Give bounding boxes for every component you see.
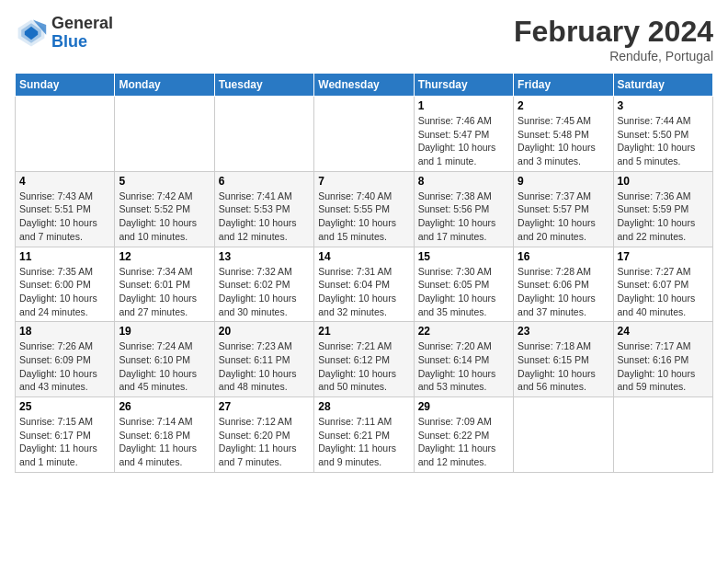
calendar-cell: 6Sunrise: 7:41 AM Sunset: 5:53 PM Daylig…: [214, 171, 313, 247]
col-header-wednesday: Wednesday: [314, 74, 414, 97]
day-info: Sunrise: 7:17 AM Sunset: 6:16 PM Dayligh…: [618, 339, 709, 394]
day-number: 24: [618, 325, 709, 338]
calendar-cell: [613, 397, 712, 473]
calendar-cell: 10Sunrise: 7:36 AM Sunset: 5:59 PM Dayli…: [613, 171, 712, 247]
day-info: Sunrise: 7:34 AM Sunset: 6:01 PM Dayligh…: [119, 265, 210, 319]
col-header-friday: Friday: [514, 74, 613, 97]
calendar-cell: 25Sunrise: 7:15 AM Sunset: 6:17 PM Dayli…: [16, 397, 115, 473]
day-info: Sunrise: 7:28 AM Sunset: 6:06 PM Dayligh…: [518, 265, 609, 319]
day-info: Sunrise: 7:32 AM Sunset: 6:02 PM Dayligh…: [219, 265, 310, 319]
calendar-cell: 5Sunrise: 7:42 AM Sunset: 5:52 PM Daylig…: [115, 171, 214, 247]
calendar-cell: 21Sunrise: 7:21 AM Sunset: 6:12 PM Dayli…: [314, 322, 414, 397]
day-info: Sunrise: 7:11 AM Sunset: 6:21 PM Dayligh…: [318, 415, 409, 469]
calendar-cell: [214, 97, 313, 172]
calendar-cell: 13Sunrise: 7:32 AM Sunset: 6:02 PM Dayli…: [214, 247, 313, 322]
col-header-thursday: Thursday: [414, 74, 513, 97]
calendar-cell: 24Sunrise: 7:17 AM Sunset: 6:16 PM Dayli…: [613, 322, 712, 397]
day-number: 2: [518, 99, 609, 112]
day-info: Sunrise: 7:44 AM Sunset: 5:50 PM Dayligh…: [618, 114, 709, 168]
day-info: Sunrise: 7:37 AM Sunset: 5:57 PM Dayligh…: [518, 190, 609, 244]
day-number: 13: [219, 250, 310, 263]
calendar-cell: 14Sunrise: 7:31 AM Sunset: 6:04 PM Dayli…: [314, 247, 414, 322]
col-header-tuesday: Tuesday: [214, 74, 313, 97]
page-header: General Blue February 2024 Rendufe, Port…: [15, 15, 713, 63]
day-number: 18: [19, 325, 110, 338]
logo: General Blue: [15, 15, 113, 52]
calendar-cell: 4Sunrise: 7:43 AM Sunset: 5:51 PM Daylig…: [16, 171, 115, 247]
calendar-cell: 9Sunrise: 7:37 AM Sunset: 5:57 PM Daylig…: [514, 171, 613, 247]
day-number: 7: [318, 175, 409, 188]
day-info: Sunrise: 7:36 AM Sunset: 5:59 PM Dayligh…: [618, 190, 709, 244]
day-number: 16: [518, 250, 609, 263]
calendar-cell: 29Sunrise: 7:09 AM Sunset: 6:22 PM Dayli…: [414, 397, 513, 473]
calendar-week-5: 25Sunrise: 7:15 AM Sunset: 6:17 PM Dayli…: [16, 397, 713, 473]
calendar-cell: 19Sunrise: 7:24 AM Sunset: 6:10 PM Dayli…: [115, 322, 214, 397]
calendar-week-2: 4Sunrise: 7:43 AM Sunset: 5:51 PM Daylig…: [16, 171, 713, 247]
month-title: February 2024: [514, 15, 713, 49]
day-info: Sunrise: 7:35 AM Sunset: 6:00 PM Dayligh…: [19, 265, 110, 319]
calendar-cell: [16, 97, 115, 172]
day-info: Sunrise: 7:15 AM Sunset: 6:17 PM Dayligh…: [19, 415, 110, 469]
day-number: 20: [219, 325, 310, 338]
col-header-sunday: Sunday: [16, 74, 115, 97]
day-info: Sunrise: 7:18 AM Sunset: 6:15 PM Dayligh…: [518, 339, 609, 394]
calendar-cell: 3Sunrise: 7:44 AM Sunset: 5:50 PM Daylig…: [613, 97, 712, 172]
calendar-week-4: 18Sunrise: 7:26 AM Sunset: 6:09 PM Dayli…: [16, 322, 713, 397]
day-number: 6: [219, 175, 310, 188]
day-number: 28: [318, 400, 409, 413]
day-number: 17: [618, 250, 709, 263]
day-info: Sunrise: 7:12 AM Sunset: 6:20 PM Dayligh…: [219, 415, 310, 469]
logo-icon: [15, 17, 48, 50]
logo-text: General Blue: [51, 15, 113, 52]
day-info: Sunrise: 7:31 AM Sunset: 6:04 PM Dayligh…: [318, 265, 409, 319]
day-info: Sunrise: 7:45 AM Sunset: 5:48 PM Dayligh…: [518, 114, 609, 168]
day-number: 4: [19, 175, 110, 188]
calendar-cell: 23Sunrise: 7:18 AM Sunset: 6:15 PM Dayli…: [514, 322, 613, 397]
day-info: Sunrise: 7:30 AM Sunset: 6:05 PM Dayligh…: [418, 265, 509, 319]
col-header-monday: Monday: [115, 74, 214, 97]
day-info: Sunrise: 7:14 AM Sunset: 6:18 PM Dayligh…: [119, 415, 210, 469]
day-number: 21: [318, 325, 409, 338]
calendar-week-3: 11Sunrise: 7:35 AM Sunset: 6:00 PM Dayli…: [16, 247, 713, 322]
day-number: 19: [119, 325, 210, 338]
day-info: Sunrise: 7:20 AM Sunset: 6:14 PM Dayligh…: [418, 339, 509, 394]
day-number: 25: [19, 400, 110, 413]
calendar-cell: [115, 97, 214, 172]
calendar-cell: 7Sunrise: 7:40 AM Sunset: 5:55 PM Daylig…: [314, 171, 414, 247]
calendar-cell: 8Sunrise: 7:38 AM Sunset: 5:56 PM Daylig…: [414, 171, 513, 247]
day-info: Sunrise: 7:27 AM Sunset: 6:07 PM Dayligh…: [618, 265, 709, 319]
day-info: Sunrise: 7:26 AM Sunset: 6:09 PM Dayligh…: [19, 339, 110, 394]
day-info: Sunrise: 7:21 AM Sunset: 6:12 PM Dayligh…: [318, 339, 409, 394]
calendar-cell: [514, 397, 613, 473]
calendar-cell: 18Sunrise: 7:26 AM Sunset: 6:09 PM Dayli…: [16, 322, 115, 397]
day-info: Sunrise: 7:46 AM Sunset: 5:47 PM Dayligh…: [418, 114, 509, 168]
calendar-cell: 15Sunrise: 7:30 AM Sunset: 6:05 PM Dayli…: [414, 247, 513, 322]
day-number: 29: [418, 400, 509, 413]
day-number: 8: [418, 175, 509, 188]
day-info: Sunrise: 7:43 AM Sunset: 5:51 PM Dayligh…: [19, 190, 110, 244]
day-info: Sunrise: 7:23 AM Sunset: 6:11 PM Dayligh…: [219, 339, 310, 394]
calendar-cell: 26Sunrise: 7:14 AM Sunset: 6:18 PM Dayli…: [115, 397, 214, 473]
day-number: 10: [618, 175, 709, 188]
calendar-table: SundayMondayTuesdayWednesdayThursdayFrid…: [15, 73, 713, 473]
day-info: Sunrise: 7:09 AM Sunset: 6:22 PM Dayligh…: [418, 415, 509, 469]
logo-blue: Blue: [51, 33, 113, 52]
day-info: Sunrise: 7:38 AM Sunset: 5:56 PM Dayligh…: [418, 190, 509, 244]
col-header-saturday: Saturday: [613, 74, 712, 97]
calendar-cell: 1Sunrise: 7:46 AM Sunset: 5:47 PM Daylig…: [414, 97, 513, 172]
day-number: 1: [418, 99, 509, 112]
calendar-header-row: SundayMondayTuesdayWednesdayThursdayFrid…: [16, 74, 713, 97]
day-number: 22: [418, 325, 509, 338]
day-number: 27: [219, 400, 310, 413]
day-number: 9: [518, 175, 609, 188]
day-number: 15: [418, 250, 509, 263]
calendar-cell: 28Sunrise: 7:11 AM Sunset: 6:21 PM Dayli…: [314, 397, 414, 473]
calendar-cell: 12Sunrise: 7:34 AM Sunset: 6:01 PM Dayli…: [115, 247, 214, 322]
day-info: Sunrise: 7:42 AM Sunset: 5:52 PM Dayligh…: [119, 190, 210, 244]
location-subtitle: Rendufe, Portugal: [514, 49, 713, 63]
calendar-cell: 22Sunrise: 7:20 AM Sunset: 6:14 PM Dayli…: [414, 322, 513, 397]
day-number: 3: [618, 99, 709, 112]
calendar-cell: 16Sunrise: 7:28 AM Sunset: 6:06 PM Dayli…: [514, 247, 613, 322]
day-info: Sunrise: 7:24 AM Sunset: 6:10 PM Dayligh…: [119, 339, 210, 394]
calendar-cell: 17Sunrise: 7:27 AM Sunset: 6:07 PM Dayli…: [613, 247, 712, 322]
